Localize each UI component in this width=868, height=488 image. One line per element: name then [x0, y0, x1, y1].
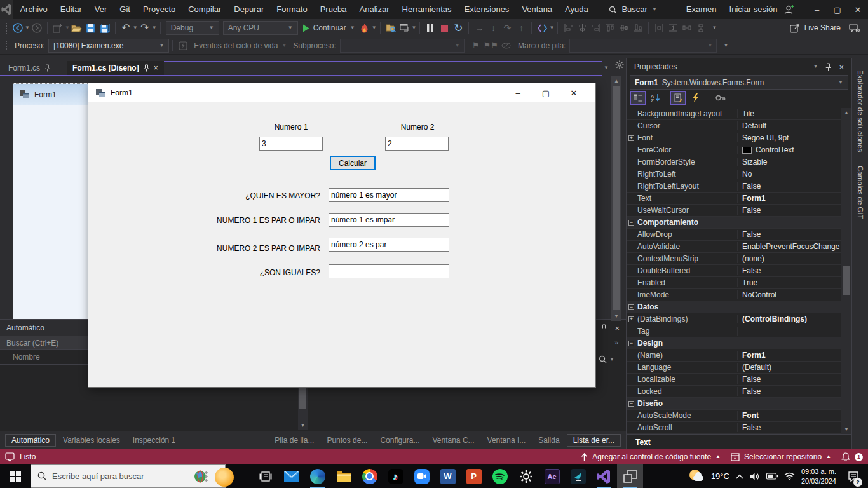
- expand-icon[interactable]: +: [628, 135, 634, 141]
- align-lefts-button[interactable]: [562, 21, 574, 35]
- pin-icon[interactable]: [825, 63, 831, 71]
- expand-icon[interactable]: +: [628, 316, 634, 322]
- search-input[interactable]: [52, 471, 173, 481]
- tab-list-dropdown[interactable]: ▼: [604, 62, 609, 71]
- property-row[interactable]: AutoScrollFalse: [627, 422, 842, 434]
- align-tops-button[interactable]: [604, 21, 616, 35]
- save-all-button[interactable]: [98, 21, 111, 35]
- tiktok-app-icon[interactable]: ♪: [383, 464, 409, 488]
- property-row[interactable]: BackgroundImageLayoutTile: [627, 108, 842, 120]
- property-row[interactable]: TextForm1: [627, 193, 842, 205]
- collapse-icon[interactable]: −: [628, 401, 634, 407]
- align-bottoms-button[interactable]: [632, 21, 644, 35]
- save-button[interactable]: [85, 21, 97, 35]
- window-close-button[interactable]: ✕: [848, 0, 868, 19]
- menu-analizar[interactable]: Analizar: [353, 0, 396, 19]
- tab-form1-cs-designer[interactable]: Form1.cs [Diseño] ×: [67, 61, 164, 75]
- app-minimize-button[interactable]: –: [504, 83, 532, 102]
- find-in-files-button[interactable]: [384, 21, 397, 35]
- task-view-button[interactable]: [252, 464, 278, 488]
- chevron-down-icon[interactable]: ▼: [549, 25, 554, 30]
- property-row[interactable]: EnabledTrue: [627, 277, 842, 289]
- size-to-grid-button[interactable]: [667, 21, 679, 35]
- property-row[interactable]: ForeColorControlText: [627, 144, 842, 156]
- align-centers-button[interactable]: [576, 21, 588, 35]
- spotify-app-icon[interactable]: [487, 464, 513, 488]
- tab-cambios-de-git[interactable]: Cambios de GIT: [857, 166, 864, 219]
- new-project-button[interactable]: [51, 21, 64, 35]
- scroll-down-arrow[interactable]: ▼: [611, 313, 621, 319]
- horizontal-spacing-button[interactable]: [681, 21, 693, 35]
- property-row[interactable]: ImeModeNoControl: [627, 289, 842, 301]
- property-row[interactable]: AutoScaleModeFont: [627, 410, 842, 422]
- alphabetical-view-button[interactable]: AZ: [648, 91, 663, 105]
- show-hidden-icons-chevron[interactable]: [736, 474, 743, 479]
- property-category-row[interactable]: −Datos: [627, 301, 842, 313]
- toolbar-grip[interactable]: [5, 40, 8, 51]
- notifications-bell-button[interactable]: 1: [841, 452, 863, 462]
- categorized-view-button[interactable]: [630, 91, 646, 105]
- code-cleanup-button[interactable]: [536, 21, 548, 35]
- word-app-icon[interactable]: W: [435, 464, 461, 488]
- tab-ventana-comandos[interactable]: Ventana C...: [427, 435, 480, 446]
- notification-center-button[interactable]: 2: [843, 464, 864, 488]
- tab-automatico[interactable]: Automático: [5, 434, 56, 447]
- property-row[interactable]: LockedFalse: [627, 386, 842, 398]
- chevron-down-icon[interactable]: ▼: [65, 25, 70, 30]
- wifi-icon[interactable]: [784, 472, 795, 480]
- settings-app-icon[interactable]: [513, 464, 539, 488]
- navigate-forward-button[interactable]: [31, 21, 43, 35]
- window-restore-button[interactable]: ▢: [827, 0, 848, 19]
- property-row[interactable]: +FontSegoe UI, 9pt: [627, 132, 842, 144]
- chrome-browser-icon[interactable]: [356, 464, 383, 488]
- align-rights-button[interactable]: [590, 21, 602, 35]
- property-row[interactable]: (Name)Form1: [627, 349, 842, 362]
- pin-icon[interactable]: [144, 64, 149, 72]
- chevron-down-icon[interactable]: ▼: [412, 25, 417, 30]
- flag-group-icon[interactable]: ⚑⚑: [484, 39, 498, 53]
- pause-button[interactable]: [424, 21, 437, 35]
- menu-proyecto[interactable]: Proyecto: [137, 0, 182, 19]
- projector-app-icon[interactable]: [565, 464, 591, 488]
- solution-platforms-dropdown[interactable]: Any CPU ▼: [223, 21, 298, 35]
- toggle-flagged-icon[interactable]: [499, 39, 512, 53]
- quien-es-mayor-output[interactable]: [329, 188, 449, 202]
- step-over-button[interactable]: ↷: [501, 21, 513, 35]
- tab-salida[interactable]: Salida: [532, 435, 565, 446]
- chevron-down-icon[interactable]: ▼: [133, 25, 138, 30]
- add-to-source-control-button[interactable]: Agregar al control de código fuente ▲: [581, 452, 721, 461]
- menu-extensiones[interactable]: Extensiones: [458, 0, 516, 19]
- mail-app-icon[interactable]: [278, 464, 304, 488]
- chevron-down-icon[interactable]: ▼: [152, 25, 157, 30]
- zoom-app-icon[interactable]: [409, 464, 435, 488]
- property-category-row[interactable]: −Design: [627, 337, 842, 349]
- running-app-window-icon[interactable]: [617, 464, 643, 488]
- menu-ver[interactable]: Ver: [88, 0, 114, 19]
- app-window-titlebar[interactable]: Form1 – ▢ ✕: [88, 83, 595, 102]
- editor-scrollbar[interactable]: ▲ ▼: [611, 76, 621, 321]
- feedback-smiley-icon[interactable]: [5, 452, 15, 462]
- continue-button[interactable]: Continuar ▼: [302, 21, 355, 35]
- menu-ventana[interactable]: Ventana: [515, 0, 559, 19]
- numero1-input[interactable]: [259, 137, 323, 151]
- tab-explorador-de-soluciones[interactable]: Explorador de soluciones: [857, 70, 864, 152]
- panel-search-button[interactable]: ▼: [599, 355, 614, 363]
- thread-dropdown[interactable]: ▼: [340, 39, 465, 53]
- start-button[interactable]: [0, 464, 31, 488]
- panel-overflow-chevron[interactable]: »: [614, 339, 618, 346]
- sign-in-link[interactable]: Iniciar sesión: [723, 0, 784, 19]
- window-position-dropdown[interactable]: ▼: [813, 64, 818, 69]
- restart-button[interactable]: ↻: [452, 21, 465, 35]
- menu-formato[interactable]: Formato: [270, 0, 313, 19]
- close-icon[interactable]: ×: [839, 62, 844, 72]
- object-selector-dropdown[interactable]: Form1 System.Windows.Forms.Form ▼: [630, 75, 848, 90]
- navigate-back-button[interactable]: [11, 21, 24, 35]
- chevron-down-icon[interactable]: ▼: [25, 25, 30, 30]
- edge-browser-icon[interactable]: [304, 464, 330, 488]
- weather-tray-icon[interactable]: [688, 469, 705, 484]
- num1-par-impar-output[interactable]: [329, 213, 449, 227]
- battery-icon[interactable]: [766, 473, 778, 480]
- property-row[interactable]: Language(Default): [627, 362, 842, 374]
- taskbar-search-box[interactable]: [31, 464, 226, 488]
- num2-par-impar-output[interactable]: [329, 238, 449, 252]
